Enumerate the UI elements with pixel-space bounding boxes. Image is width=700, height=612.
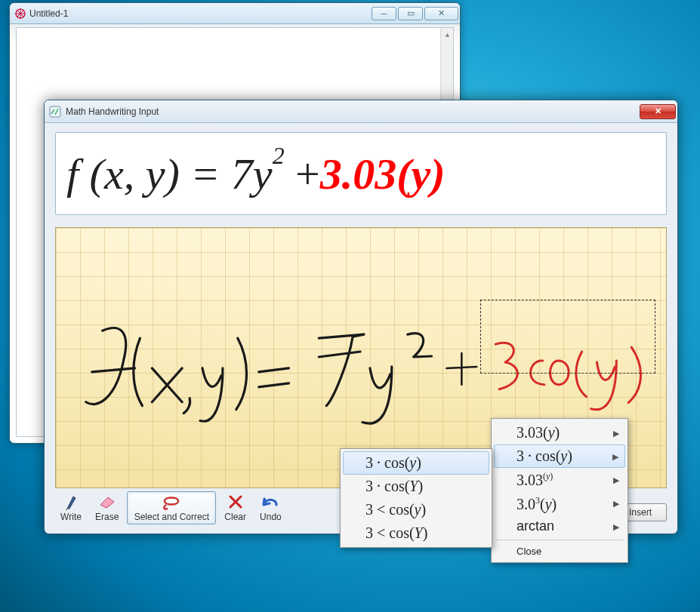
lasso-icon <box>160 494 183 510</box>
submenu-arrow-icon: ▶ <box>612 451 618 461</box>
app-icon <box>14 8 26 20</box>
correction-menu[interactable]: 3.03(y)▶ 3 · cos(y)▶ 3.03(y)▶ 3.03(y)▶ a… <box>491 418 628 563</box>
clear-button[interactable]: Clear <box>219 491 251 524</box>
menu-close[interactable]: Close <box>494 543 625 560</box>
selection-rectangle[interactable] <box>480 300 655 374</box>
correction-submenu[interactable]: 3 · cos(y) 3 · cos(Y) 3 < cos(y) 3 < cos… <box>340 448 492 548</box>
menu-separator <box>495 540 624 540</box>
pen-icon <box>64 494 78 510</box>
erase-button[interactable]: Erase <box>90 491 124 524</box>
clear-icon <box>228 494 243 509</box>
front-window-title: Math Handwriting Input <box>66 106 638 117</box>
submenu-arrow-icon: ▶ <box>613 521 619 531</box>
submenu-arrow-icon: ▶ <box>613 428 619 438</box>
submenu-arrow-icon: ▶ <box>613 475 619 484</box>
undo-icon <box>261 494 279 509</box>
close-button[interactable]: ✕ <box>640 104 676 119</box>
recognition-preview: f (x, y) = 7y2 + 3.03(y) <box>55 132 667 215</box>
maximize-button[interactable]: ▭ <box>398 7 423 20</box>
titlebar-back[interactable]: Untitled-1 ─ ▭ ✕ <box>10 3 460 24</box>
menu-item[interactable]: 3 < cos(y) <box>343 498 489 521</box>
menu-item[interactable]: 3.03(y)▶ <box>494 421 625 444</box>
menu-item[interactable]: 3 < cos(Y) <box>343 521 489 545</box>
close-button[interactable]: ✕ <box>424 7 458 20</box>
minimize-button[interactable]: ─ <box>372 7 396 20</box>
back-window-title: Untitled-1 <box>29 8 370 19</box>
toolbar: Write Erase Select and Correct Clear Und… <box>55 490 286 524</box>
select-and-correct-button[interactable]: Select and Correct <box>127 491 216 524</box>
menu-item[interactable]: 3 · cos(Y) <box>343 475 489 498</box>
menu-item[interactable]: 3 · cos(y) <box>343 451 489 475</box>
svg-rect-5 <box>50 106 60 117</box>
scroll-up-icon[interactable]: ▲ <box>441 28 454 41</box>
undo-button[interactable]: Undo <box>254 491 286 524</box>
titlebar-front[interactable]: Math Handwriting Input ✕ <box>45 100 677 123</box>
menu-item[interactable]: 3.03(y)▶ <box>494 492 625 516</box>
menu-item[interactable]: arctan▶ <box>494 515 625 537</box>
menu-item[interactable]: 3.03(y)▶ <box>494 468 625 492</box>
eraser-icon <box>97 494 117 509</box>
math-input-icon <box>49 106 61 118</box>
preview-text-black: f (x, y) = 7y2 + <box>66 149 320 199</box>
preview-text-red: 3.03(y) <box>320 149 446 199</box>
menu-item[interactable]: 3 · cos(y)▶ <box>494 444 625 468</box>
submenu-arrow-icon: ▶ <box>613 499 619 509</box>
write-button[interactable]: Write <box>55 491 87 524</box>
